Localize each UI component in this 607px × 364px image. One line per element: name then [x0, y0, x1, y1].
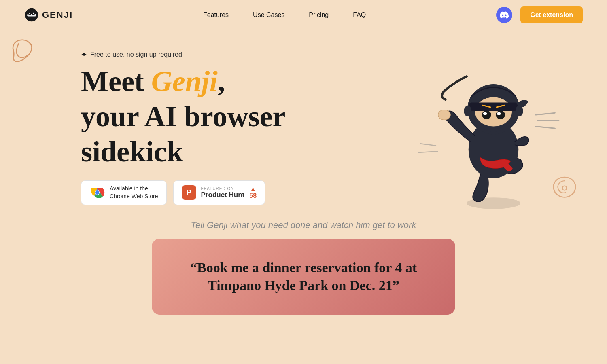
svg-line-15: [418, 151, 438, 152]
demo-card-text: “Book me a dinner reservation for 4 at T…: [176, 259, 431, 294]
product-hunt-icon: P: [182, 185, 196, 200]
svg-point-28: [497, 112, 499, 114]
svg-point-21: [475, 97, 512, 126]
svg-rect-22: [469, 103, 519, 111]
get-extension-button[interactable]: Get extension: [520, 6, 583, 23]
svg-line-11: [536, 113, 555, 115]
nav-features[interactable]: Features: [203, 11, 229, 19]
ph-upvote-arrow: ▲: [250, 186, 256, 192]
chrome-line1: Available in the: [110, 185, 148, 192]
ph-votes-count: 58: [249, 192, 257, 199]
nav-use-cases[interactable]: Use Cases: [253, 11, 284, 19]
hero-section: ✦ Free to use, no sign up required Meet …: [0, 30, 607, 208]
genji-text: Genji: [151, 65, 218, 97]
ph-votes: ▲ 58: [249, 186, 257, 199]
product-hunt-text: FEATURED ON Product Hunt: [201, 186, 245, 199]
svg-point-18: [438, 110, 450, 120]
nav-right: Get extension: [496, 6, 583, 23]
ph-featured-label: FEATURED ON: [201, 186, 245, 191]
chrome-badge-text: Available in the Chrome Web Store: [110, 185, 158, 201]
svg-point-24: [496, 111, 505, 119]
free-badge: ✦ Free to use, no sign up required: [81, 50, 413, 59]
svg-point-23: [482, 111, 491, 119]
svg-line-13: [536, 127, 555, 129]
navbar: GENJI Features Use Cases Pricing FAQ Get…: [0, 0, 607, 30]
chrome-web-store-badge[interactable]: Available in the Chrome Web Store: [81, 180, 167, 205]
badge-star-icon: ✦: [81, 50, 87, 59]
chrome-icon: [89, 185, 105, 200]
svg-point-27: [484, 112, 486, 114]
logo-icon: [24, 8, 39, 22]
product-hunt-badge[interactable]: P FEATURED ON Product Hunt ▲ 58: [173, 180, 265, 205]
svg-line-14: [420, 144, 436, 146]
nav-links: Features Use Cases Pricing FAQ: [203, 11, 366, 19]
hero-title-line1: Meet Genji,: [81, 66, 413, 97]
badge-text: Free to use, no sign up required: [90, 51, 182, 58]
ninja-character: [413, 38, 567, 208]
logo-text: GENJI: [42, 10, 73, 20]
comma-text: ,: [218, 65, 225, 97]
hero-title-line2: your AI browser: [81, 101, 413, 133]
tagline: Tell Genji what you need done and watch …: [0, 220, 607, 231]
ph-name: Product Hunt: [201, 191, 245, 199]
nav-faq[interactable]: FAQ: [353, 11, 366, 19]
demo-card: “Book me a dinner reservation for 4 at T…: [152, 239, 455, 315]
svg-point-5: [29, 13, 31, 14]
discord-icon: [500, 11, 509, 19]
nav-pricing[interactable]: Pricing: [309, 11, 329, 19]
badge-row: Available in the Chrome Web Store P FEAT…: [81, 180, 413, 205]
ninja-svg: [413, 38, 567, 211]
logo[interactable]: GENJI: [24, 8, 73, 22]
svg-point-6: [33, 13, 34, 14]
hero-title-line3: sidekick: [81, 136, 413, 168]
chrome-line2: Chrome Web Store: [110, 193, 158, 199]
svg-point-10: [95, 190, 99, 195]
hero-content: ✦ Free to use, no sign up required Meet …: [81, 46, 413, 205]
discord-button[interactable]: [496, 7, 512, 23]
svg-point-31: [464, 106, 471, 116]
meet-text: Meet: [81, 65, 151, 97]
